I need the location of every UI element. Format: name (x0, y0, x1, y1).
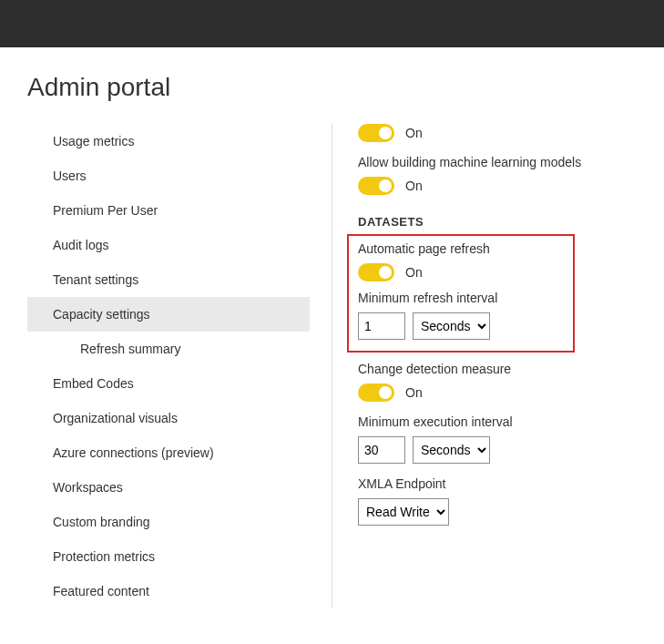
toggle-unknown-1[interactable] (358, 124, 394, 142)
sidebar-item-capacity-settings[interactable]: Capacity settings (27, 297, 310, 332)
sidebar-item-label: Refresh summary (80, 342, 180, 356)
content-area: Usage metrics Users Premium Per User Aud… (0, 124, 664, 608)
sidebar-item-azure-connections[interactable]: Azure connections (preview) (27, 435, 310, 470)
sidebar-item-label: Premium Per User (53, 203, 158, 218)
sidebar-item-refresh-summary[interactable]: Refresh summary (27, 332, 310, 366)
min-refresh-unit-select[interactable]: Seconds (413, 312, 490, 340)
sidebar-item-label: Users (53, 169, 87, 183)
sidebar-item-embed-codes[interactable]: Embed Codes (27, 366, 310, 401)
setting-label-min-refresh: Minimum refresh interval (358, 291, 564, 305)
toggle-state-label: On (405, 179, 423, 193)
setting-label-min-exec: Minimum execution interval (358, 414, 655, 429)
toggle-auto-refresh[interactable] (358, 263, 394, 281)
sidebar-item-label: Embed Codes (53, 376, 134, 391)
sidebar-item-organizational-visuals[interactable]: Organizational visuals (27, 401, 310, 435)
section-header-datasets: DATASETS (358, 215, 655, 229)
xmla-endpoint-select[interactable]: Read Write (358, 498, 449, 526)
sidebar-item-users[interactable]: Users (27, 158, 310, 193)
sidebar-item-premium-per-user[interactable]: Premium Per User (27, 193, 310, 228)
min-exec-unit-select[interactable]: Seconds (413, 436, 490, 464)
toggle-ml-models[interactable] (358, 177, 394, 195)
sidebar-item-custom-branding[interactable]: Custom branding (27, 505, 310, 539)
setting-label-change-detection: Change detection measure (358, 362, 655, 376)
sidebar-item-label: Capacity settings (53, 307, 150, 322)
sidebar-item-label: Protection metrics (53, 549, 155, 564)
page-title: Admin portal (27, 73, 664, 102)
sidebar-item-label: Usage metrics (53, 134, 134, 148)
highlight-auto-refresh: Automatic page refresh On Minimum refres… (347, 234, 575, 353)
sidebar-item-featured-content[interactable]: Featured content (27, 574, 310, 608)
sidebar-item-label: Tenant settings (53, 272, 138, 287)
sidebar-item-label: Organizational visuals (53, 411, 178, 425)
min-exec-value-input[interactable] (358, 436, 405, 464)
setting-label-auto-refresh: Automatic page refresh (358, 241, 564, 256)
toggle-state-label: On (405, 126, 423, 140)
sidebar-item-label: Audit logs (53, 238, 108, 252)
sidebar-item-label: Custom branding (53, 515, 150, 529)
sidebar-item-workspaces[interactable]: Workspaces (27, 470, 310, 505)
min-refresh-value-input[interactable] (358, 312, 405, 340)
setting-label-ml-models: Allow building machine learning models (358, 155, 655, 169)
sidebar-item-label: Azure connections (preview) (53, 445, 214, 460)
vertical-divider (332, 124, 332, 608)
sidebar-item-label: Featured content (53, 584, 149, 598)
toggle-state-label: On (405, 265, 423, 280)
settings-panel: On Allow building machine learning model… (358, 124, 664, 608)
sidebar-item-tenant-settings[interactable]: Tenant settings (27, 262, 310, 297)
sidebar-nav: Usage metrics Users Premium Per User Aud… (27, 124, 310, 608)
sidebar-item-usage-metrics[interactable]: Usage metrics (27, 124, 310, 158)
setting-label-xmla: XMLA Endpoint (358, 476, 655, 491)
top-bar (0, 0, 664, 47)
sidebar-item-audit-logs[interactable]: Audit logs (27, 228, 310, 262)
toggle-change-detection[interactable] (358, 383, 394, 402)
toggle-state-label: On (405, 385, 423, 400)
sidebar-item-label: Workspaces (53, 480, 123, 495)
sidebar-item-protection-metrics[interactable]: Protection metrics (27, 539, 310, 574)
